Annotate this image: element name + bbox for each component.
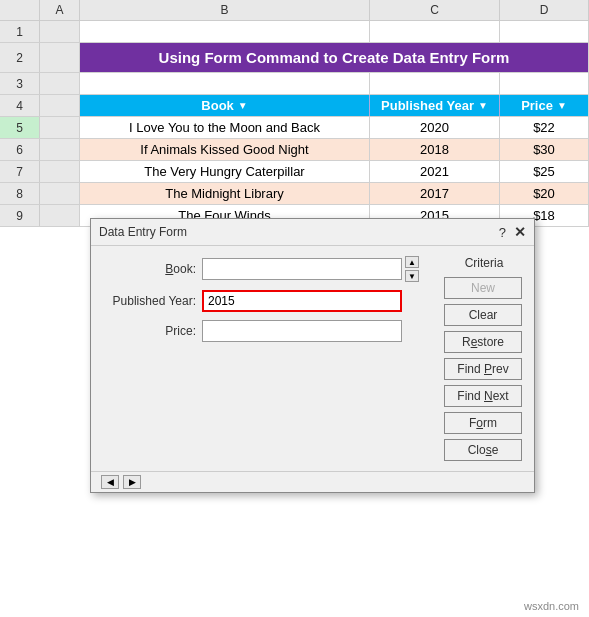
cell-book: I Love You to the Moon and Back [80,117,370,138]
dialog-fields: Book: ▲ ▼ Published Year: P [101,256,434,461]
book-scroll-arrows: ▲ ▼ [405,256,419,282]
table-row: 8 The Midnight Library 2017 $20 [0,183,589,205]
cell-year: 2018 [370,139,500,160]
cell-price: $30 [500,139,589,160]
cell [80,21,370,42]
row-num: 6 [0,139,40,160]
table-row: 3 [0,73,589,95]
data-entry-form-dialog: Data Entry Form ? ✕ Book: ▲ ▼ [90,218,535,493]
cell-price: $22 [500,117,589,138]
close-button[interactable]: Close [444,439,522,461]
price-field-row: Price: [101,320,434,342]
cell-price: $25 [500,161,589,182]
row-num: 4 [0,95,40,116]
price-label: Price: [101,324,196,338]
cell-book: The Midnight Library [80,183,370,204]
cell [80,73,370,94]
find-next-button[interactable]: Find Next [444,385,522,407]
table-row: 5 I Love You to the Moon and Back 2020 $… [0,117,589,139]
filter-arrow-price[interactable]: ▼ [557,100,567,111]
dialog-title: Data Entry Form [99,225,187,239]
table-header-row: 4 Book ▼ Published Year ▼ Price ▼ [0,95,589,117]
close-underline: s [486,443,492,457]
dialog-body: Book: ▲ ▼ Published Year: P [91,246,534,471]
published-year-input[interactable] [202,290,402,312]
cell-book: If Animals Kissed Good Night [80,139,370,160]
filter-arrow-book[interactable]: ▼ [238,100,248,111]
cell [40,117,80,138]
cell [500,73,589,94]
book-scroll-down[interactable]: ▼ [405,270,419,282]
restore-button[interactable]: Restore [444,331,522,353]
book-label-prefix: B [165,262,173,276]
cell-year: 2020 [370,117,500,138]
dialog-help-button[interactable]: ? [499,225,506,240]
cell [370,21,500,42]
find-next-underline: N [484,389,493,403]
cell [40,95,80,116]
book-scroll-up[interactable]: ▲ [405,256,419,268]
row-num: 8 [0,183,40,204]
title-row: 2 Using Form Command to Create Data Entr… [0,43,589,73]
cell [40,161,80,182]
book-label: Book: [101,262,196,276]
restore-btn-suffix: store [477,335,504,349]
row-num: 3 [0,73,40,94]
cell [40,73,80,94]
col-year-header: Published Year ▼ [370,95,500,116]
row-num: 9 [0,205,40,226]
find-prev-underline: P [484,362,492,376]
book-input-wrap: ▲ ▼ [202,256,434,282]
cell [500,21,589,42]
col-header-b: B [80,0,370,20]
table-row: 1 [0,21,589,43]
row-num: 5 [0,117,40,138]
watermark: wsxdn.com [524,600,579,612]
find-prev-button[interactable]: Find Prev [444,358,522,380]
title-cell: Using Form Command to Create Data Entry … [80,43,589,72]
cell-year: 2017 [370,183,500,204]
criteria-label: Criteria [444,256,524,270]
cell-price: $20 [500,183,589,204]
col-headers-row: A B C D [0,0,589,21]
clear-button[interactable]: Clear [444,304,522,326]
price-input[interactable] [202,320,402,342]
scroll-right-btn[interactable]: ▶ [123,475,141,489]
table-row: 6 If Animals Kissed Good Night 2018 $30 [0,139,589,161]
cell [370,73,500,94]
col-book-header: Book ▼ [80,95,370,116]
published-year-input-wrap [202,290,434,312]
form-underline: o [476,416,483,430]
cell-year: 2021 [370,161,500,182]
price-input-wrap [202,320,434,342]
published-year-label: Published Year: [101,294,196,308]
row-num-header [0,0,40,20]
dialog-close-button[interactable]: ✕ [514,224,526,240]
book-field-row: Book: ▲ ▼ [101,256,434,282]
col-header-a: A [40,0,80,20]
dialog-titlebar: Data Entry Form ? ✕ [91,219,534,246]
new-button[interactable]: New [444,277,522,299]
row-num: 2 [0,43,40,72]
row-num: 7 [0,161,40,182]
restore-btn-prefix: R [462,335,471,349]
year-header-text: Published Year [381,98,474,113]
book-input[interactable] [202,258,402,280]
clear-btn-text: Clear [469,308,498,322]
cell [40,183,80,204]
dialog-footer: ◀ ▶ [91,471,534,492]
scroll-left-btn[interactable]: ◀ [101,475,119,489]
row-num: 1 [0,21,40,42]
col-price-header: Price ▼ [500,95,589,116]
form-button[interactable]: Form [444,412,522,434]
book-header-text: Book [201,98,234,113]
footer-scroll: ◀ ▶ [101,475,141,489]
dialog-controls: ? ✕ [499,224,526,240]
table-row: 7 The Very Hungry Caterpillar 2021 $25 [0,161,589,183]
cell [40,139,80,160]
price-header-text: Price [521,98,553,113]
dialog-buttons: Criteria New Clear Restore Find Prev Fin… [444,256,524,461]
new-btn-text: New [471,281,495,295]
cell-book: The Very Hungry Caterpillar [80,161,370,182]
filter-arrow-year[interactable]: ▼ [478,100,488,111]
